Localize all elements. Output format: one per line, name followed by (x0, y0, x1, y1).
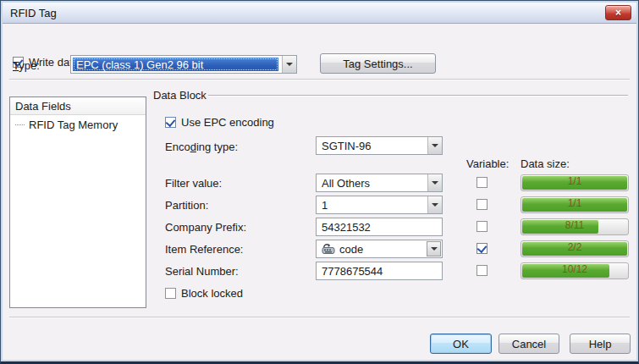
filter-value-size-bar: 1/1 (521, 174, 629, 191)
ok-button[interactable]: OK (430, 334, 492, 354)
data-block-title: Data Block (153, 89, 207, 102)
size-bar-label: 1/1 (521, 197, 628, 209)
dialog-content: Write data to RFID tag Type: EPC (class … (3, 25, 636, 361)
cancel-button[interactable]: Cancel (499, 334, 559, 354)
use-epc-label: Use EPC encoding (181, 116, 274, 129)
data-fields-panel: Data Fields RFID Tag Memory (9, 97, 146, 308)
company-prefix-label: Company Prefix: (165, 221, 246, 234)
checkbox-box[interactable] (165, 117, 176, 128)
partition-combobox[interactable]: 1 (316, 196, 443, 214)
type-dropdown-button[interactable] (282, 56, 296, 73)
filter-value-label: Filter value: (165, 177, 222, 190)
serial-number-input[interactable]: 7778675544 (316, 262, 443, 280)
company-prefix-input[interactable]: 54321532 (316, 218, 443, 236)
partition-label: Partition: (165, 199, 208, 212)
data-block-rule (208, 95, 628, 97)
close-button[interactable]: × (605, 5, 631, 20)
block-locked-label: Block locked (181, 287, 243, 300)
item-reference-label: Item Reference: (165, 243, 244, 256)
item-reference-combobox[interactable]: code (316, 240, 443, 258)
use-epc-checkbox[interactable]: Use EPC encoding (165, 116, 274, 129)
item-reference-dropdown-button[interactable] (427, 241, 441, 256)
size-bar-label: 2/2 (521, 241, 628, 253)
help-button[interactable]: Help (570, 334, 631, 354)
partition-variable-checkbox[interactable] (476, 199, 488, 210)
close-icon: × (615, 8, 621, 18)
dialog-title: RFID Tag (10, 7, 57, 19)
encoding-type-label: Encoding type: (165, 141, 238, 153)
encoding-dropdown-button[interactable] (427, 137, 442, 154)
size-bar-label: 10/12 (521, 263, 628, 275)
size-bar-label: 1/1 (521, 175, 628, 187)
encoding-type-combobox[interactable]: SGTIN-96 (316, 136, 443, 155)
partition-size-bar: 1/1 (521, 196, 629, 213)
dropdown-button[interactable] (427, 196, 442, 213)
item-reference-variable-checkbox[interactable] (476, 243, 488, 254)
serial-number-variable-checkbox[interactable] (476, 265, 488, 276)
item-reference-size-bar: 2/2 (521, 240, 629, 257)
company-prefix-size-bar: 8/11 (521, 218, 629, 235)
company-prefix-variable-checkbox[interactable] (476, 221, 488, 232)
chevron-down-icon (432, 203, 438, 207)
serial-number-size-bar: 10/12 (521, 262, 629, 279)
type-combobox[interactable]: EPC (class 1) Gen2 96 bit (70, 55, 297, 74)
divider-bottom (9, 317, 630, 318)
tag-settings-button[interactable]: Tag Settings... (320, 53, 436, 74)
filter-value-variable-checkbox[interactable] (476, 177, 488, 188)
dropdown-button[interactable] (427, 174, 442, 191)
tree-branch-icon (15, 124, 25, 125)
data-fields-header: Data Fields (10, 97, 146, 115)
size-bar-label: 8/11 (521, 219, 628, 231)
serial-number-label: Serial Number: (165, 265, 239, 278)
chevron-down-icon (431, 247, 438, 251)
filter-value-combobox[interactable]: All Others (316, 174, 443, 192)
datasize-header: Data size: (521, 157, 570, 170)
block-locked-checkbox[interactable]: Block locked (165, 287, 243, 300)
type-selected-value: EPC (class 1) Gen2 96 bit (73, 58, 278, 71)
title-bar: RFID Tag × (3, 3, 636, 24)
type-label: Type: (13, 59, 40, 72)
variable-header: Variable: (466, 157, 509, 170)
chevron-down-icon (432, 181, 438, 185)
divider-top (9, 79, 630, 80)
rfid-tag-dialog: RFID Tag × Write data to RFID tag Type: … (0, 0, 639, 364)
keyboard-variable-icon (322, 243, 336, 255)
checkbox-box[interactable] (165, 288, 176, 299)
chevron-down-icon (432, 144, 438, 147)
tree-item-rfid-tag-memory[interactable]: RFID Tag Memory (10, 115, 146, 134)
chevron-down-icon (286, 63, 293, 66)
